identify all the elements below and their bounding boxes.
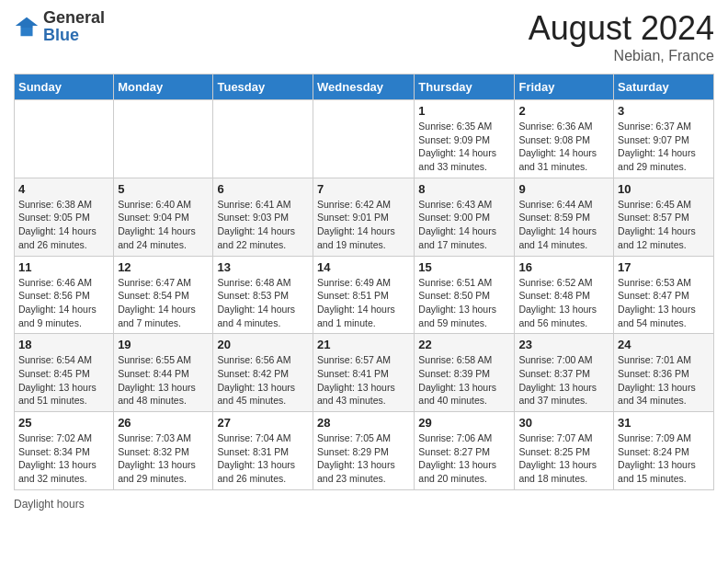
calendar-cell: 11Sunrise: 6:46 AMSunset: 8:56 PMDayligh… [15, 256, 114, 334]
calendar-cell: 25Sunrise: 7:02 AMSunset: 8:34 PMDayligh… [15, 412, 114, 490]
logo: General Blue [14, 9, 105, 44]
day-info: Sunrise: 7:09 AMSunset: 8:24 PMDaylight:… [618, 431, 710, 486]
day-info: Sunrise: 7:03 AMSunset: 8:32 PMDaylight:… [118, 431, 209, 486]
day-number: 5 [118, 182, 209, 196]
day-info: Sunrise: 6:58 AMSunset: 8:39 PMDaylight:… [418, 353, 510, 408]
day-info: Sunrise: 7:02 AMSunset: 8:34 PMDaylight:… [18, 431, 109, 486]
logo-general: General [43, 8, 105, 27]
day-number: 22 [418, 338, 510, 351]
calendar-week: 4Sunrise: 6:38 AMSunset: 9:05 PMDaylight… [15, 178, 714, 256]
day-number: 13 [217, 260, 309, 274]
calendar-cell: 10Sunrise: 6:45 AMSunset: 8:57 PMDayligh… [614, 178, 714, 256]
day-number: 25 [18, 416, 109, 430]
calendar-cell: 27Sunrise: 7:04 AMSunset: 8:31 PMDayligh… [213, 412, 313, 490]
calendar-cell: 26Sunrise: 7:03 AMSunset: 8:32 PMDayligh… [114, 412, 213, 490]
day-header: Saturday [614, 75, 714, 100]
calendar-body: 1Sunrise: 6:35 AMSunset: 9:09 PMDaylight… [15, 100, 714, 490]
day-header: Monday [114, 75, 213, 100]
calendar-cell: 5Sunrise: 6:40 AMSunset: 9:04 PMDaylight… [114, 178, 213, 256]
day-number: 19 [118, 338, 209, 351]
day-number: 20 [217, 338, 309, 351]
svg-marker-1 [16, 17, 38, 28]
calendar-cell: 6Sunrise: 6:41 AMSunset: 9:03 PMDaylight… [213, 178, 313, 256]
header-row: SundayMondayTuesdayWednesdayThursdayFrid… [15, 75, 714, 100]
day-number: 29 [418, 416, 510, 430]
day-number: 3 [618, 104, 710, 118]
day-header: Thursday [415, 75, 515, 100]
calendar-cell: 4Sunrise: 6:38 AMSunset: 9:05 PMDaylight… [15, 178, 114, 256]
day-header: Tuesday [213, 75, 313, 100]
day-info: Sunrise: 6:57 AMSunset: 8:41 PMDaylight:… [317, 353, 410, 408]
footer: Daylight hours [14, 498, 714, 511]
day-header: Wednesday [313, 75, 415, 100]
day-number: 9 [518, 182, 609, 196]
logo-icon [14, 14, 40, 40]
day-info: Sunrise: 6:52 AMSunset: 8:48 PMDaylight:… [518, 276, 609, 330]
day-number: 11 [18, 260, 109, 274]
day-info: Sunrise: 6:35 AMSunset: 9:09 PMDaylight:… [418, 120, 510, 174]
calendar-cell: 9Sunrise: 6:44 AMSunset: 8:59 PMDaylight… [515, 178, 614, 256]
day-number: 24 [618, 338, 710, 351]
day-number: 17 [618, 260, 710, 274]
calendar-cell: 3Sunrise: 6:37 AMSunset: 9:07 PMDaylight… [614, 100, 714, 178]
day-info: Sunrise: 7:05 AMSunset: 8:29 PMDaylight:… [317, 431, 410, 486]
day-info: Sunrise: 6:36 AMSunset: 9:08 PMDaylight:… [518, 120, 609, 174]
day-number: 8 [418, 182, 510, 196]
day-number: 15 [418, 260, 510, 274]
day-number: 27 [217, 416, 309, 430]
day-info: Sunrise: 6:55 AMSunset: 8:44 PMDaylight:… [118, 353, 209, 408]
calendar-cell [114, 100, 213, 178]
day-info: Sunrise: 6:47 AMSunset: 8:54 PMDaylight:… [118, 276, 209, 330]
day-number: 1 [418, 104, 510, 118]
day-info: Sunrise: 7:06 AMSunset: 8:27 PMDaylight:… [418, 431, 510, 486]
calendar-week: 18Sunrise: 6:54 AMSunset: 8:45 PMDayligh… [15, 334, 714, 412]
day-info: Sunrise: 6:44 AMSunset: 8:59 PMDaylight:… [518, 198, 609, 252]
month-title: August 2024 [529, 9, 714, 48]
day-info: Sunrise: 6:43 AMSunset: 9:00 PMDaylight:… [418, 198, 510, 252]
day-info: Sunrise: 7:01 AMSunset: 8:36 PMDaylight:… [618, 353, 710, 408]
logo-blue: Blue [43, 26, 79, 44]
calendar-cell [313, 100, 415, 178]
day-info: Sunrise: 6:42 AMSunset: 9:01 PMDaylight:… [317, 198, 410, 252]
calendar-cell: 22Sunrise: 6:58 AMSunset: 8:39 PMDayligh… [415, 334, 515, 412]
calendar-week: 1Sunrise: 6:35 AMSunset: 9:09 PMDaylight… [15, 100, 714, 178]
day-info: Sunrise: 6:41 AMSunset: 9:03 PMDaylight:… [217, 198, 309, 252]
day-number: 28 [317, 416, 410, 430]
calendar-cell: 24Sunrise: 7:01 AMSunset: 8:36 PMDayligh… [614, 334, 714, 412]
day-info: Sunrise: 7:04 AMSunset: 8:31 PMDaylight:… [217, 431, 309, 486]
day-info: Sunrise: 6:49 AMSunset: 8:51 PMDaylight:… [317, 276, 410, 330]
calendar: SundayMondayTuesdayWednesdayThursdayFrid… [14, 74, 714, 490]
calendar-cell: 17Sunrise: 6:53 AMSunset: 8:47 PMDayligh… [614, 256, 714, 334]
day-number: 18 [18, 338, 109, 351]
day-number: 31 [618, 416, 710, 430]
day-info: Sunrise: 6:54 AMSunset: 8:45 PMDaylight:… [18, 353, 109, 408]
calendar-cell: 16Sunrise: 6:52 AMSunset: 8:48 PMDayligh… [515, 256, 614, 334]
calendar-cell: 12Sunrise: 6:47 AMSunset: 8:54 PMDayligh… [114, 256, 213, 334]
day-number: 16 [518, 260, 609, 274]
day-info: Sunrise: 6:56 AMSunset: 8:42 PMDaylight:… [217, 353, 309, 408]
calendar-cell: 29Sunrise: 7:06 AMSunset: 8:27 PMDayligh… [415, 412, 515, 490]
calendar-cell: 8Sunrise: 6:43 AMSunset: 9:00 PMDaylight… [415, 178, 515, 256]
calendar-cell [213, 100, 313, 178]
title-block: August 2024 Nebian, France [529, 9, 714, 64]
location: Nebian, France [529, 48, 714, 64]
daylight-label: Daylight hours [14, 498, 85, 511]
calendar-cell: 13Sunrise: 6:48 AMSunset: 8:53 PMDayligh… [213, 256, 313, 334]
day-info: Sunrise: 6:40 AMSunset: 9:04 PMDaylight:… [118, 198, 209, 252]
day-header: Sunday [15, 75, 114, 100]
page-header: General Blue August 2024 Nebian, France [14, 9, 714, 64]
day-number: 30 [518, 416, 609, 430]
calendar-cell: 2Sunrise: 6:36 AMSunset: 9:08 PMDaylight… [515, 100, 614, 178]
day-info: Sunrise: 6:38 AMSunset: 9:05 PMDaylight:… [18, 198, 109, 252]
day-number: 14 [317, 260, 410, 274]
calendar-cell: 30Sunrise: 7:07 AMSunset: 8:25 PMDayligh… [515, 412, 614, 490]
calendar-cell: 21Sunrise: 6:57 AMSunset: 8:41 PMDayligh… [313, 334, 415, 412]
day-info: Sunrise: 6:48 AMSunset: 8:53 PMDaylight:… [217, 276, 309, 330]
day-info: Sunrise: 6:45 AMSunset: 8:57 PMDaylight:… [618, 198, 710, 252]
day-info: Sunrise: 6:46 AMSunset: 8:56 PMDaylight:… [18, 276, 109, 330]
calendar-cell: 20Sunrise: 6:56 AMSunset: 8:42 PMDayligh… [213, 334, 313, 412]
day-number: 6 [217, 182, 309, 196]
calendar-cell: 7Sunrise: 6:42 AMSunset: 9:01 PMDaylight… [313, 178, 415, 256]
day-number: 23 [518, 338, 609, 351]
calendar-week: 11Sunrise: 6:46 AMSunset: 8:56 PMDayligh… [15, 256, 714, 334]
